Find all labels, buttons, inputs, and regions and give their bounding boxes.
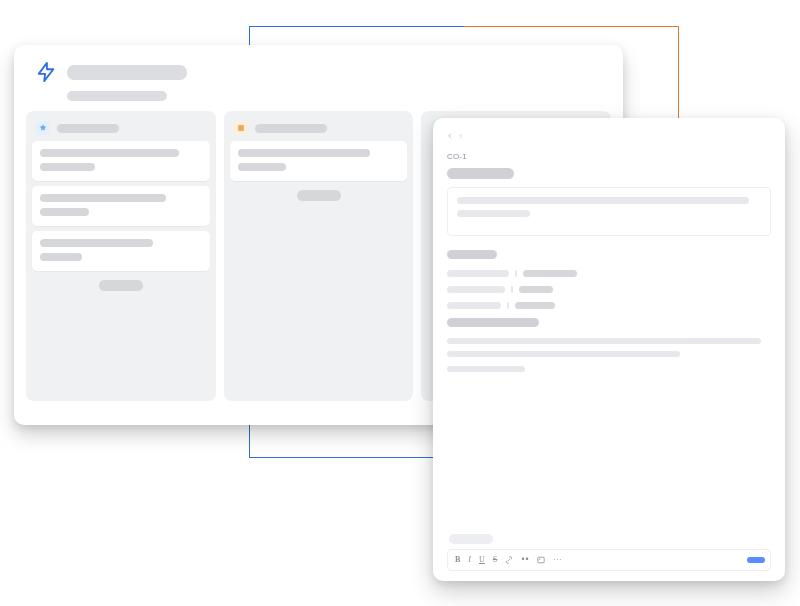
column-footer-chip[interactable] <box>99 280 143 291</box>
activity-paragraph <box>447 338 771 372</box>
board-column <box>26 111 216 401</box>
board-card[interactable] <box>32 186 210 226</box>
detail-row <box>447 270 771 277</box>
details-section-heading <box>447 250 497 259</box>
board-card[interactable] <box>230 141 408 181</box>
bolt-icon <box>34 60 58 84</box>
box-icon <box>234 121 248 135</box>
svg-rect-3 <box>526 558 528 560</box>
svg-rect-4 <box>538 557 544 563</box>
chevron-left-icon[interactable] <box>458 133 464 139</box>
column-title <box>57 124 119 133</box>
quote-icon[interactable] <box>521 556 529 564</box>
board-column <box>224 111 414 401</box>
editor-toolbar: B I U S ··· <box>455 556 562 564</box>
link-icon[interactable] <box>505 556 513 564</box>
svg-point-5 <box>539 559 540 560</box>
issue-id: CO-1 <box>447 152 771 161</box>
issue-description[interactable] <box>447 187 771 236</box>
board-card[interactable] <box>32 231 210 271</box>
underline-icon[interactable]: U <box>479 556 485 564</box>
italic-icon[interactable]: I <box>468 556 471 564</box>
svg-rect-0 <box>238 125 244 131</box>
detail-panel: CO-1 <box>433 118 785 581</box>
three-dots-icon[interactable]: ··· <box>553 556 562 564</box>
comment-editor[interactable]: B I U S ··· <box>447 549 771 571</box>
detail-row <box>447 302 771 309</box>
svg-rect-2 <box>522 558 524 560</box>
board-title <box>67 65 187 80</box>
send-button[interactable] <box>747 557 765 563</box>
issue-title <box>447 168 514 179</box>
column-title <box>255 124 327 133</box>
activity-section-heading <box>447 318 539 327</box>
chevron-left-icon[interactable] <box>447 133 453 139</box>
strike-icon[interactable]: S <box>493 556 497 564</box>
detail-row <box>447 286 771 293</box>
column-footer-chip[interactable] <box>297 190 341 201</box>
star-icon <box>36 121 50 135</box>
board-card[interactable] <box>32 141 210 181</box>
board-subtitle <box>67 91 167 101</box>
reply-label <box>449 534 493 544</box>
bold-icon[interactable]: B <box>455 556 460 564</box>
image-icon[interactable] <box>537 556 545 564</box>
